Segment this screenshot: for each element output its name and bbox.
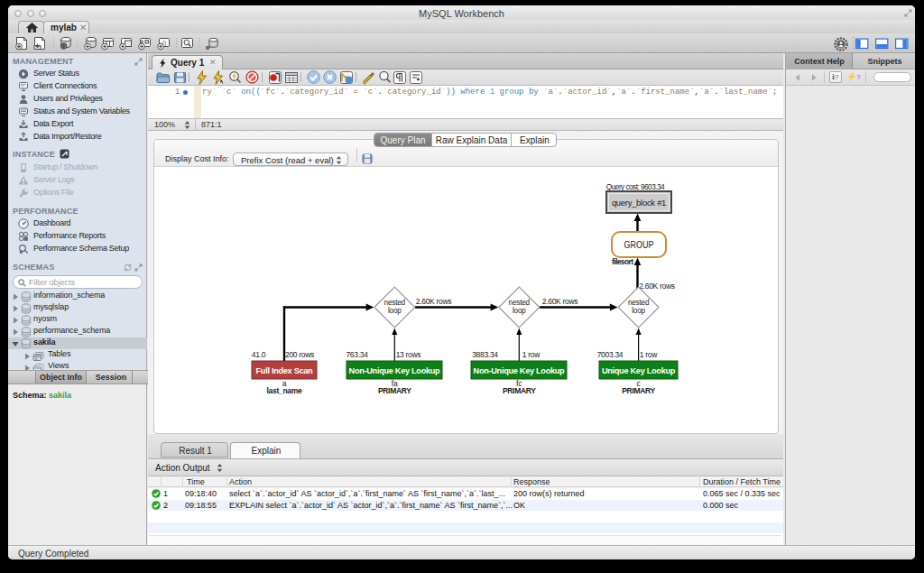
- svg-text:7003.34: 7003.34: [597, 350, 624, 359]
- svg-text:13 rows: 13 rows: [396, 350, 421, 359]
- svg-text:3883.34: 3883.34: [472, 350, 498, 359]
- svg-text:2.60K rows: 2.60K rows: [639, 282, 675, 291]
- svg-text:Non-Unique Key Lookup: Non-Unique Key Lookup: [474, 366, 566, 375]
- svg-text:200 rows: 200 rows: [285, 350, 314, 359]
- svg-text:loop: loop: [513, 307, 526, 315]
- svg-text:Unique Key Lookup: Unique Key Lookup: [602, 366, 676, 375]
- svg-text:loop: loop: [632, 307, 645, 315]
- svg-text:1 row: 1 row: [522, 350, 541, 359]
- svg-text:2.60K rows: 2.60K rows: [416, 297, 452, 306]
- svg-text:GROUP: GROUP: [624, 240, 654, 250]
- svg-text:query_block #1: query_block #1: [612, 198, 666, 208]
- svg-text:Full Index Scan: Full Index Scan: [256, 366, 314, 375]
- svg-text:nested: nested: [628, 299, 650, 307]
- svg-text:PRIMARY: PRIMARY: [378, 386, 411, 395]
- svg-text:nested: nested: [509, 299, 531, 307]
- svg-text:Query cost: 9603.34: Query cost: 9603.34: [606, 182, 665, 191]
- svg-text:loop: loop: [388, 307, 402, 315]
- svg-text:last_name: last_name: [267, 386, 302, 395]
- svg-text:1 row: 1 row: [640, 350, 658, 359]
- svg-text:nested: nested: [384, 299, 406, 307]
- svg-text:PRIMARY: PRIMARY: [503, 386, 536, 395]
- svg-text:PRIMARY: PRIMARY: [622, 386, 655, 395]
- svg-text:Non-Unique Key Lookup: Non-Unique Key Lookup: [349, 366, 441, 375]
- svg-text:2.60K rows: 2.60K rows: [542, 297, 578, 306]
- svg-text:41.0: 41.0: [252, 350, 266, 359]
- svg-text:763.34: 763.34: [346, 350, 368, 359]
- svg-text:filesort: filesort: [612, 257, 633, 266]
